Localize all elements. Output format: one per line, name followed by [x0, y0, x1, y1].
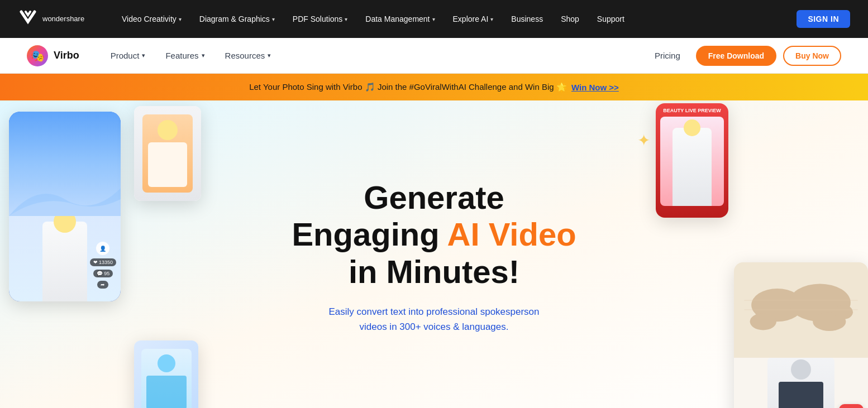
- hero-card-phone-left: 👤 ❤ 13350 💬 95 ➦: [9, 112, 121, 301]
- hero-subtitle: Easily convert text into professional sp…: [292, 304, 576, 334]
- hero-card-world-map: 📱: [734, 262, 868, 408]
- heart-icon: ❤: [93, 260, 98, 265]
- nav-item-business[interactable]: Business: [503, 10, 551, 28]
- chevron-down-icon: ▾: [345, 16, 347, 22]
- top-navigation: wondershare Video Creativity ▾ Diagram &…: [0, 0, 868, 38]
- virbo-logo-icon: 🎭: [27, 45, 48, 66]
- logo-icon: [18, 9, 38, 28]
- chevron-down-icon: ▾: [202, 52, 205, 59]
- share-icon: ➦: [101, 282, 105, 287]
- sign-in-button[interactable]: SIGN IN: [797, 10, 850, 28]
- promotional-banner: Let Your Photo Sing with Virbo 🎵 Join th…: [0, 74, 868, 100]
- hero-card-bottom-left: [134, 340, 198, 408]
- nav-item-shop[interactable]: Shop: [553, 10, 587, 28]
- nav-item-explore-ai[interactable]: Explore AI ▾: [445, 10, 502, 28]
- virbo-brand[interactable]: 🎭 Virbo: [27, 45, 79, 66]
- subnav-product[interactable]: Product ▾: [102, 46, 155, 65]
- buy-now-button[interactable]: Buy Now: [783, 46, 841, 66]
- subnav-links: Product ▾ Features ▾ Resources ▾: [102, 46, 646, 65]
- free-download-button[interactable]: Free Download: [696, 46, 776, 66]
- svg-point-4: [834, 305, 853, 319]
- like-count: 13350: [99, 260, 113, 265]
- banner-win-now-link[interactable]: Win Now >>: [571, 83, 619, 92]
- app-icon-overlay: 📱: [839, 404, 864, 408]
- chevron-down-icon: ▾: [490, 16, 493, 22]
- hero-text-content: Generate Engaging AI Video in Minutes! E…: [292, 179, 576, 357]
- nav-item-diagram-graphics[interactable]: Diagram & Graphics ▾: [192, 10, 283, 28]
- chevron-down-icon: ▾: [432, 16, 435, 22]
- virbo-brand-name: Virbo: [54, 50, 79, 61]
- card-sky-background: [9, 112, 121, 216]
- chevron-down-icon: ▾: [268, 52, 271, 59]
- star-decoration-icon: ✦: [637, 131, 650, 150]
- chevron-down-icon: ▾: [142, 52, 145, 59]
- banner-text: Let Your Photo Sing with Virbo 🎵 Join th…: [249, 82, 569, 92]
- nav-item-pdf-solutions[interactable]: PDF Solutions ▾: [285, 10, 355, 28]
- subnav-resources[interactable]: Resources ▾: [216, 46, 280, 65]
- subnav-right: Pricing Free Download Buy Now: [646, 46, 841, 66]
- subnav-features[interactable]: Features ▾: [156, 46, 213, 65]
- chevron-down-icon: ▾: [272, 16, 275, 22]
- comment-count: 95: [104, 271, 109, 276]
- top-nav-items: Video Creativity ▾ Diagram & Graphics ▾ …: [114, 10, 792, 28]
- nav-item-video-creativity[interactable]: Video Creativity ▾: [114, 10, 189, 28]
- pricing-link[interactable]: Pricing: [646, 46, 689, 65]
- beauty-card-title: BEAUTY LIVE PREVIEW: [660, 108, 724, 114]
- hero-card-beauty-preview: BEAUTY LIVE PREVIEW: [656, 103, 728, 218]
- comment-icon: 💬: [97, 271, 103, 276]
- hero-title: Generate Engaging AI Video in Minutes!: [292, 179, 576, 291]
- logo-text: wondershare: [42, 15, 84, 23]
- virbo-sub-navigation: 🎭 Virbo Product ▾ Features ▾ Resources ▾…: [0, 38, 868, 74]
- chevron-down-icon: ▾: [179, 16, 182, 22]
- hero-section: 👤 ❤ 13350 💬 95 ➦: [0, 100, 868, 408]
- svg-point-2: [750, 313, 776, 330]
- logo[interactable]: wondershare: [18, 9, 96, 28]
- nav-item-support[interactable]: Support: [589, 10, 632, 28]
- nav-item-data-management[interactable]: Data Management ▾: [357, 10, 442, 28]
- hero-card-top-left: [134, 106, 201, 201]
- top-nav-right: SIGN IN: [797, 10, 850, 28]
